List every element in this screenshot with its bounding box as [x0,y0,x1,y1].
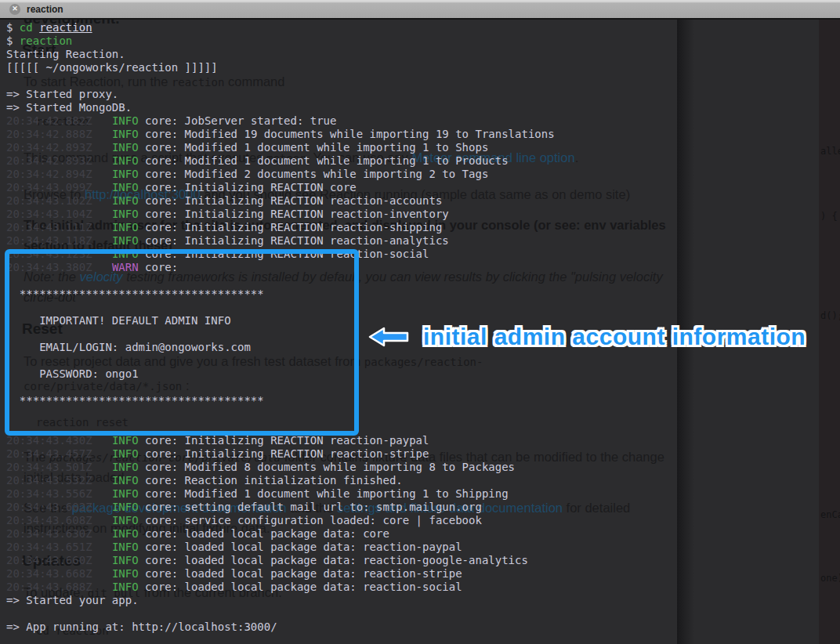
terminal-line: 20:34:43.602Z INFO core: setting default… [6,501,683,514]
terminal-line: 20:34:43.532Z INFO core: Reaction initia… [6,474,683,487]
arrow-left-icon [368,326,409,348]
terminal-line: 20:34:43.501Z INFO core: Modified 8 docu… [6,461,683,474]
terminal-line: 20:34:43.104Z INFO core: Initializing RE… [6,208,683,221]
terminal-line: 20:34:42.894Z INFO core: Modified 2 docu… [6,168,683,181]
window-titlebar: ✕ reaction [0,0,840,20]
terminal-line [6,607,683,620]
code-fragment: ) { [820,211,838,222]
terminal-line: Starting Reaction. [6,48,683,61]
terminal-line: => Started your app. [6,594,683,607]
terminal-line: 20:34:42.882Z INFO core: JobServer start… [6,114,683,128]
code-fragment: one) [820,573,840,584]
terminal-line: => Started MongoDB. [6,101,683,114]
background-code-panel: alle) {d();enCaone) [819,20,840,644]
terminal-line: 20:34:43.688Z INFO core: loaded local pa… [6,581,683,594]
screenshot-root: development.StartTo start Reaction, run … [0,0,840,644]
annotation-label: initial admin account information [423,324,806,350]
terminal-line: => Started proxy. [6,88,683,101]
code-fragment: d(); [820,310,840,321]
terminal-line: 20:34:43.111Z INFO core: Initializing RE… [6,221,683,234]
terminal-line: 20:34:43.118Z INFO core: Initializing RE… [6,234,683,248]
terminal-line: 20:34:42.888Z INFO core: Modified 19 doc… [6,128,683,141]
annotation-callout: initial admin account information [368,324,806,350]
terminal-line: 20:34:42.893Z INFO core: Modified 1 docu… [6,154,683,168]
terminal-line: 20:34:43.099Z INFO core: Initializing RE… [6,181,683,194]
window-title: reaction [27,4,63,15]
terminal-line: => App running at: http://localhost:3000… [6,620,683,634]
admin-info-highlight-box [5,249,359,436]
terminal-line: [[[[[ ~/ongoworks/reaction ]]]]] [6,61,683,74]
close-icon: ✕ [12,5,18,13]
close-button[interactable]: ✕ [9,4,20,15]
terminal-line: 20:34:43.102Z INFO core: Initializing RE… [6,194,683,208]
terminal-line: 20:34:43.457Z INFO core: Initializing RE… [6,447,683,461]
terminal-line: 20:34:43.651Z INFO core: loaded local pa… [6,541,683,554]
terminal-line: 20:34:43.608Z INFO core: service configu… [6,514,683,527]
code-fragment: alle [820,146,840,157]
terminal-line: $ reaction [6,34,683,48]
terminal-line: $ cd reaction [6,21,683,34]
terminal-line: 20:34:43.668Z INFO core: loaded local pa… [6,567,683,581]
terminal-line: 20:34:43.430Z INFO core: Initializing RE… [6,434,683,447]
terminal-line: 20:34:42.893Z INFO core: Modified 1 docu… [6,141,683,154]
terminal-line: 20:34:43.660Z INFO core: loaded local pa… [6,554,683,567]
code-fragment: enCa [820,509,840,520]
terminal-line [6,74,683,88]
terminal-line: 20:34:43.630Z INFO core: loaded local pa… [6,527,683,541]
terminal-line: 20:34:43.556Z INFO core: Modified 1 docu… [6,487,683,501]
